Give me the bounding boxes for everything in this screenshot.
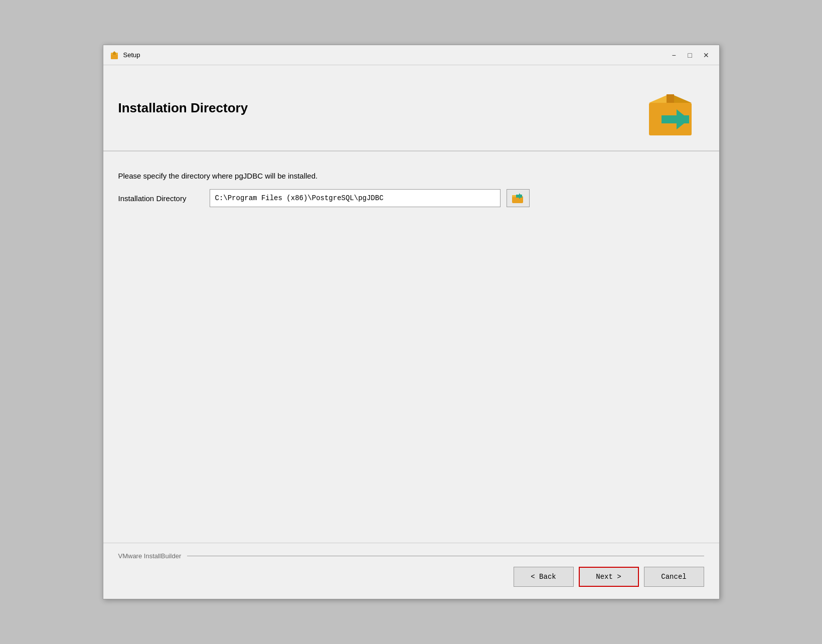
footer-brand: VMware InstallBuilder <box>118 552 704 560</box>
window-title: Setup <box>123 51 140 59</box>
title-bar-left: Setup <box>109 50 140 60</box>
setup-icon <box>109 50 119 60</box>
browse-button[interactable] <box>507 189 530 207</box>
svg-rect-0 <box>111 54 118 59</box>
title-bar-controls: − □ ✕ <box>667 50 713 60</box>
minimize-button[interactable]: − <box>667 50 681 60</box>
title-bar: Setup − □ ✕ <box>103 45 719 65</box>
back-button[interactable]: < Back <box>514 567 574 587</box>
svg-rect-13 <box>516 195 522 198</box>
setup-window: Setup − □ ✕ Installation Directory Pleas… <box>103 45 720 599</box>
next-button[interactable]: Next > <box>579 567 639 587</box>
svg-marker-6 <box>674 95 692 103</box>
page-title: Installation Directory <box>118 100 248 116</box>
footer-section: VMware InstallBuilder < Back Next > Canc… <box>103 543 719 599</box>
svg-rect-9 <box>662 115 689 123</box>
brand-text: VMware InstallBuilder <box>118 552 182 560</box>
form-row: Installation Directory <box>118 189 704 207</box>
brand-line <box>187 556 704 556</box>
dir-label: Installation Directory <box>118 194 204 203</box>
close-button[interactable]: ✕ <box>699 50 713 60</box>
cancel-button[interactable]: Cancel <box>644 567 704 587</box>
svg-marker-3 <box>113 51 116 53</box>
description-text: Please specify the directory where pgJDB… <box>118 172 704 180</box>
header-section: Installation Directory <box>103 65 719 151</box>
browse-icon <box>511 191 525 205</box>
svg-rect-7 <box>667 94 674 103</box>
content-area: Please specify the directory where pgJDB… <box>103 151 719 543</box>
header-icon <box>639 75 704 140</box>
directory-input[interactable] <box>210 189 501 207</box>
svg-rect-2 <box>113 53 116 55</box>
maximize-button[interactable]: □ <box>683 50 697 60</box>
svg-marker-5 <box>649 95 667 103</box>
footer-buttons: < Back Next > Cancel <box>118 567 704 587</box>
